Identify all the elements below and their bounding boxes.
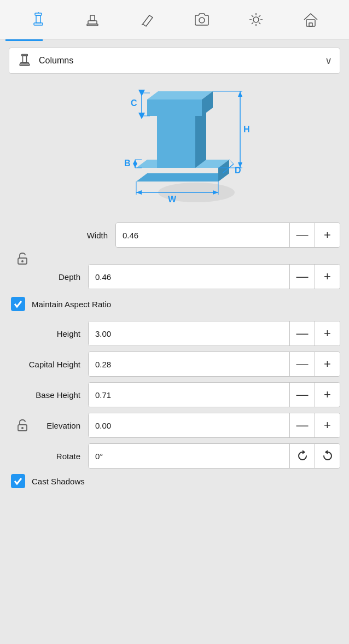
depth-input[interactable] — [89, 265, 289, 289]
column-icon — [17, 52, 32, 69]
rotate-label: Rotate — [9, 452, 88, 461]
elevation-input[interactable] — [89, 413, 289, 437]
svg-line-16 — [259, 15, 260, 17]
height-input[interactable] — [89, 321, 289, 346]
cast-shadows-checkbox[interactable] — [11, 474, 25, 488]
base-height-row: Base Height — + — [9, 382, 340, 407]
elevation-input-group: — + — [88, 413, 340, 438]
rotate-ccw-btn[interactable] — [315, 444, 340, 468]
svg-line-15 — [259, 22, 260, 24]
camera-icon[interactable] — [190, 8, 214, 32]
shield-icon[interactable] — [26, 8, 50, 32]
base-height-label: Base Height — [9, 390, 88, 400]
svg-rect-6 — [87, 24, 98, 26]
height-label: Height — [9, 329, 88, 338]
svg-marker-45 — [133, 160, 137, 164]
toolbar — [0, 0, 349, 39]
capital-height-row: Capital Height — + — [9, 352, 340, 377]
svg-point-8 — [199, 17, 205, 23]
capital-height-input[interactable] — [89, 352, 289, 376]
capital-height-label: Capital Height — [9, 360, 88, 369]
svg-marker-32 — [147, 91, 213, 99]
svg-marker-28 — [157, 116, 195, 168]
width-minus-btn[interactable]: — — [289, 223, 315, 247]
svg-rect-4 — [88, 21, 97, 24]
capital-height-input-group: — + — [88, 352, 340, 377]
svg-marker-40 — [238, 91, 242, 97]
label-C: C — [131, 98, 137, 108]
rotate-cw-btn[interactable] — [289, 444, 315, 468]
controls-panel: Width — + Depth — — [0, 223, 349, 488]
rotate-input-group — [88, 443, 340, 469]
height-minus-btn[interactable]: — — [289, 321, 315, 346]
elevation-lock-icon[interactable] — [9, 418, 36, 433]
depth-label: Depth — [9, 272, 88, 282]
label-D: D — [235, 166, 241, 175]
base-height-input[interactable] — [89, 383, 289, 407]
height-input-group: — + — [88, 321, 340, 346]
cast-shadows-label: Cast Shadows — [32, 477, 85, 486]
elevation-label: Elevation — [36, 421, 88, 430]
aspect-lock-icon[interactable] — [9, 251, 36, 266]
width-input-group: — + — [115, 223, 340, 248]
stamp-icon[interactable] — [80, 8, 104, 32]
svg-line-17 — [252, 22, 253, 24]
columns-dropdown[interactable]: Columns ∨ — [9, 48, 340, 74]
depth-input-group: — + — [88, 264, 340, 289]
svg-marker-25 — [136, 173, 229, 182]
capital-height-plus-btn[interactable]: + — [315, 352, 340, 376]
svg-line-14 — [252, 15, 253, 17]
maintain-aspect-row: Maintain Aspect Ratio — [9, 297, 340, 311]
svg-rect-5 — [90, 15, 95, 21]
chevron-down-icon: ∨ — [325, 55, 332, 67]
cast-shadows-row: Cast Shadows — [9, 474, 340, 488]
rotate-row: Rotate — [9, 443, 340, 469]
depth-minus-btn[interactable]: — — [289, 265, 315, 289]
svg-marker-31 — [147, 99, 202, 116]
width-row: Width — + — [36, 223, 340, 248]
width-input[interactable] — [116, 223, 289, 247]
depth-plus-btn[interactable]: + — [315, 265, 340, 289]
label-H: H — [243, 125, 250, 134]
base-height-minus-btn[interactable]: — — [289, 383, 315, 407]
height-row: Height — + — [9, 321, 340, 346]
base-height-input-group: — + — [88, 382, 340, 407]
height-plus-btn[interactable]: + — [315, 321, 340, 346]
base-height-plus-btn[interactable]: + — [315, 383, 340, 407]
rotate-input[interactable] — [89, 444, 289, 468]
svg-rect-23 — [20, 64, 30, 66]
svg-marker-50 — [136, 190, 142, 195]
label-B: B — [124, 159, 131, 168]
home-icon[interactable] — [299, 8, 323, 32]
pencil-icon[interactable] — [135, 8, 159, 32]
label-W: W — [168, 195, 177, 204]
svg-line-53 — [229, 160, 234, 164]
width-plus-btn[interactable]: + — [315, 223, 340, 247]
svg-point-55 — [21, 260, 24, 262]
width-label: Width — [36, 231, 115, 240]
sun-icon[interactable] — [244, 8, 268, 32]
svg-marker-29 — [195, 108, 206, 168]
svg-rect-19 — [309, 23, 312, 26]
svg-line-7 — [142, 24, 143, 25]
svg-point-57 — [21, 427, 24, 429]
column-diagram: C H B W D — [0, 80, 349, 223]
svg-rect-21 — [23, 56, 27, 62]
width-depth-group: Width — + — [9, 223, 340, 253]
maintain-aspect-checkbox[interactable] — [11, 297, 25, 311]
elevation-group: Elevation — + — [9, 413, 340, 438]
diagram-svg: C H B W D — [87, 83, 262, 214]
dropdown-label: Columns — [39, 56, 325, 66]
elevation-minus-btn[interactable]: — — [289, 413, 315, 437]
svg-rect-1 — [36, 15, 40, 23]
maintain-aspect-label: Maintain Aspect Ratio — [32, 300, 111, 309]
svg-marker-46 — [133, 163, 137, 168]
svg-rect-2 — [34, 23, 43, 25]
svg-point-9 — [253, 17, 259, 22]
elevation-plus-btn[interactable]: + — [315, 413, 340, 437]
depth-row: Depth — + — [9, 264, 340, 289]
capital-height-minus-btn[interactable]: — — [289, 352, 315, 376]
